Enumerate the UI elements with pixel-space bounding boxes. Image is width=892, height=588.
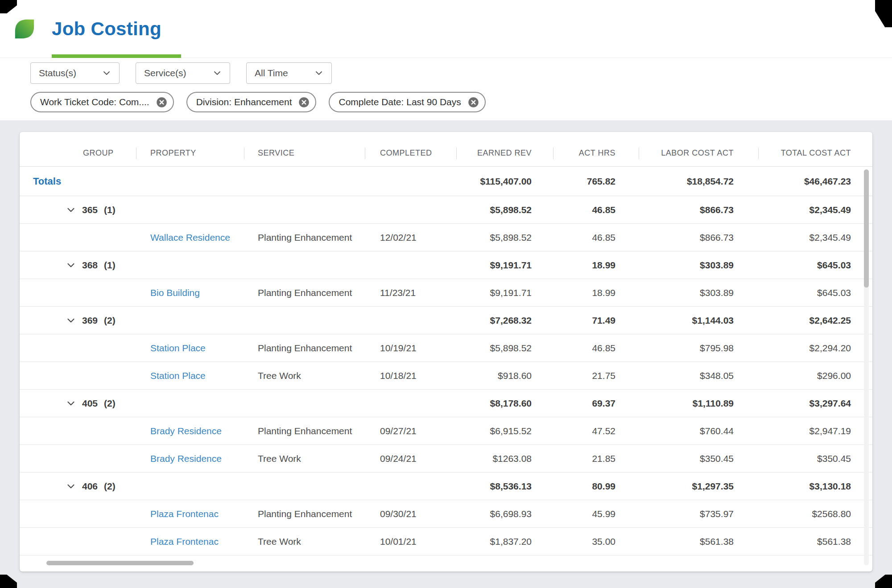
horizontal-scrollbar-thumb[interactable] xyxy=(46,561,194,565)
time-filter-dropdown[interactable]: All Time xyxy=(246,62,332,84)
group-row: 406 (2) $8,536.13 80.99 $1,297.35 $3,130… xyxy=(20,473,872,500)
service-filter-label: Service(s) xyxy=(144,68,186,78)
filter-chip-division[interactable]: Division: Enhancement xyxy=(186,92,317,112)
act-hrs-cell: 46.85 xyxy=(553,343,639,354)
group-count: (2) xyxy=(104,481,116,492)
group-cell[interactable]: 365 (1) xyxy=(33,204,136,216)
property-link[interactable]: Bio Building xyxy=(150,288,200,298)
group-act-hrs: 80.99 xyxy=(553,481,639,492)
earned-rev-cell: $5,898.52 xyxy=(456,232,553,243)
property-link[interactable]: Station Place xyxy=(150,343,206,353)
earned-rev-cell: $1263.08 xyxy=(456,453,553,464)
completed-cell: 09/24/21 xyxy=(365,453,456,464)
page-title: Job Costing xyxy=(52,18,161,40)
earned-rev-cell: $918.60 xyxy=(456,370,553,381)
chevron-down-icon[interactable] xyxy=(65,398,77,409)
group-act-hrs: 18.99 xyxy=(553,260,639,271)
labor-cost-act-cell: $760.44 xyxy=(639,426,758,436)
filter-chip-complete-date[interactable]: Complete Date: Last 90 Days xyxy=(329,92,485,112)
ticket-row: Brady Residence Tree Work 09/24/21 $1263… xyxy=(20,445,872,473)
completed-cell: 11/23/21 xyxy=(365,288,456,298)
group-cell[interactable]: 368 (1) xyxy=(33,259,136,271)
table-header-row: GROUP PROPERTY SERVICE COMPLETED EARNED … xyxy=(20,132,872,167)
totals-label: Totals xyxy=(33,176,136,187)
property-link[interactable]: Plaza Frontenac xyxy=(150,509,219,519)
chevron-down-icon[interactable] xyxy=(65,315,77,326)
completed-cell: 10/01/21 xyxy=(365,536,456,547)
group-row: 369 (2) $7,268.32 71.49 $1,144.03 $2,642… xyxy=(20,307,872,334)
group-total-cost-act: $3,297.64 xyxy=(758,398,859,409)
group-row: 368 (1) $9,191.71 18.99 $303.89 $645.03 xyxy=(20,251,872,279)
property-link[interactable]: Brady Residence xyxy=(150,453,222,464)
service-cell: Planting Enhancement xyxy=(244,232,365,243)
col-header-total-cost-act[interactable]: TOTAL COST ACT xyxy=(758,148,859,158)
chevron-down-icon xyxy=(314,68,324,78)
property-link[interactable]: Wallace Residence xyxy=(150,232,230,243)
labor-cost-act-cell: $866.73 xyxy=(639,232,758,243)
group-labor-cost-act: $1,144.03 xyxy=(639,315,758,326)
ticket-row: Station Place Tree Work 10/18/21 $918.60… xyxy=(20,362,872,390)
property-link[interactable]: Brady Residence xyxy=(150,426,222,436)
chevron-down-icon[interactable] xyxy=(65,259,77,271)
property-link[interactable]: Station Place xyxy=(150,370,206,381)
totals-act-hrs: 765.82 xyxy=(553,176,639,187)
act-hrs-cell: 21.85 xyxy=(553,453,639,464)
group-cell[interactable]: 406 (2) xyxy=(33,481,136,492)
brand-row: Job Costing xyxy=(0,0,892,58)
total-cost-act-cell: $296.00 xyxy=(758,370,859,381)
ticket-row: Plaza Frontenac Tree Work 10/01/21 $1,83… xyxy=(20,528,872,555)
active-tab-underline xyxy=(52,54,181,58)
leaf-logo-icon xyxy=(12,17,37,41)
status-filter-dropdown[interactable]: Status(s) xyxy=(30,62,120,84)
filter-chip-work-ticket-code[interactable]: Work Ticket Code: Com.... xyxy=(30,92,174,112)
close-circle-icon[interactable] xyxy=(298,96,310,108)
group-act-hrs: 71.49 xyxy=(553,315,639,326)
group-id: 405 xyxy=(82,398,98,409)
app-header: Job Costing Status(s) Service(s) All Tim… xyxy=(0,0,892,120)
group-labor-cost-act: $1,110.89 xyxy=(639,398,758,409)
col-header-service[interactable]: SERVICE xyxy=(244,148,365,158)
group-row: 365 (1) $5,898.52 46.85 $866.73 $2,345.4… xyxy=(20,196,872,224)
group-count: (2) xyxy=(104,315,116,326)
total-cost-act-cell: $645.03 xyxy=(758,288,859,298)
completed-cell: 09/27/21 xyxy=(365,426,456,436)
ticket-row: Wallace Residence Planting Enhancement 1… xyxy=(20,224,872,251)
service-cell: Planting Enhancement xyxy=(244,426,365,436)
service-cell: Tree Work xyxy=(244,370,365,381)
filter-chips-row: Work Ticket Code: Com.... Division: Enha… xyxy=(30,92,486,112)
service-filter-dropdown[interactable]: Service(s) xyxy=(136,62,230,84)
group-id: 369 xyxy=(82,315,98,326)
group-cell[interactable]: 405 (2) xyxy=(33,398,136,409)
chevron-down-icon[interactable] xyxy=(65,481,77,492)
completed-cell: 12/02/21 xyxy=(365,232,456,243)
col-header-completed[interactable]: COMPLETED xyxy=(365,148,456,158)
earned-rev-cell: $1,837.20 xyxy=(456,536,553,547)
totals-earned-rev: $115,407.00 xyxy=(456,176,553,187)
total-cost-act-cell: $561.38 xyxy=(758,536,859,547)
chevron-down-icon[interactable] xyxy=(65,204,77,216)
act-hrs-cell: 21.75 xyxy=(553,370,639,381)
col-header-labor-cost-act[interactable]: LABOR COST ACT xyxy=(639,148,758,158)
group-earned-rev: $5,898.52 xyxy=(456,205,553,215)
col-header-group[interactable]: GROUP xyxy=(33,148,136,158)
chip-label: Complete Date: Last 90 Days xyxy=(339,97,461,107)
total-cost-act-cell: $2,947.19 xyxy=(758,426,859,436)
chevron-down-icon xyxy=(212,68,223,78)
total-cost-act-cell: $350.45 xyxy=(758,453,859,464)
col-header-earned-rev[interactable]: EARNED REV xyxy=(456,148,553,158)
group-total-cost-act: $645.03 xyxy=(758,260,859,271)
ticket-row: Plaza Frontenac Planting Enhancement 09/… xyxy=(20,500,872,528)
labor-cost-act-cell: $735.97 xyxy=(639,509,758,519)
group-earned-rev: $7,268.32 xyxy=(456,315,553,326)
close-circle-icon[interactable] xyxy=(156,96,168,108)
group-count: (1) xyxy=(104,205,116,215)
property-link[interactable]: Plaza Frontenac xyxy=(150,536,219,547)
group-id: 368 xyxy=(82,260,98,271)
group-cell[interactable]: 369 (2) xyxy=(33,315,136,326)
close-circle-icon[interactable] xyxy=(467,96,479,108)
labor-cost-act-cell: $795.98 xyxy=(639,343,758,354)
col-header-property[interactable]: PROPERTY xyxy=(136,148,244,158)
vertical-scrollbar-thumb[interactable] xyxy=(864,169,869,288)
service-cell: Planting Enhancement xyxy=(244,288,365,298)
col-header-act-hrs[interactable]: ACT HRS xyxy=(553,148,639,158)
